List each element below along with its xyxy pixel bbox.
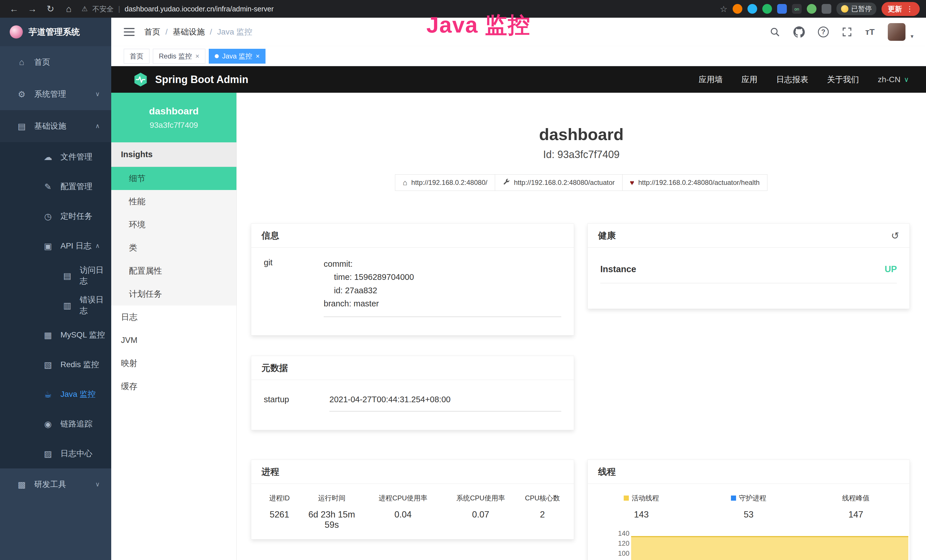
- extension-icon-4[interactable]: [777, 4, 787, 14]
- y-axis-tick: 100: [595, 549, 629, 557]
- sba-item-performance[interactable]: 性能: [111, 190, 236, 213]
- avatar[interactable]: [888, 23, 905, 41]
- instance-url-link[interactable]: ⌂ http://192.168.0.2:48080/: [395, 174, 495, 191]
- menu-label: 配置管理: [61, 181, 92, 192]
- sidebar-item-system-management[interactable]: ⚙ 系统管理 ∨: [0, 78, 111, 110]
- update-label: 更新: [888, 4, 902, 14]
- y-axis-tick: 140: [595, 530, 629, 537]
- sba-item-classes[interactable]: 类: [111, 236, 236, 259]
- browser-home-icon[interactable]: ⌂: [61, 4, 76, 14]
- breadcrumb-separator: /: [165, 27, 168, 36]
- menu-label: 访问日志: [80, 265, 111, 286]
- app-menu: ⌂ 首页 ⚙ 系统管理 ∨ ▤ 基础设施 ∧ ☁ 文件管理 ✎ 配置管理: [0, 46, 111, 560]
- sidebar-item-java-monitor[interactable]: ☕ Java 监控: [0, 380, 111, 409]
- tab-java-monitor[interactable]: Java 监控 ×: [209, 49, 265, 64]
- sba-item-jvm[interactable]: JVM: [111, 328, 236, 352]
- instance-name: dashboard: [149, 106, 199, 117]
- extension-icon-6[interactable]: [807, 4, 817, 14]
- paused-label: 已暂停: [851, 4, 872, 14]
- bookmark-star-icon[interactable]: ☆: [720, 4, 728, 14]
- sba-item-logs[interactable]: 日志: [111, 306, 236, 328]
- locale-chevron-icon: ∨: [904, 76, 909, 83]
- sidebar-item-scheduled-tasks[interactable]: ◷ 定时任务: [0, 201, 111, 231]
- sba-item-mappings[interactable]: 映射: [111, 352, 236, 375]
- history-icon[interactable]: ↺: [891, 230, 899, 241]
- address-divider: |: [118, 5, 120, 13]
- sba-instance-header[interactable]: dashboard 93a3fc7f7409: [111, 93, 236, 142]
- back-icon[interactable]: ←: [6, 4, 22, 14]
- extension-icon-1[interactable]: [732, 4, 742, 14]
- update-button[interactable]: 更新 ⋮: [882, 2, 920, 16]
- sidebar-item-log-center[interactable]: ▨ 日志中心: [0, 439, 111, 468]
- col-cpu-cores: CPU核心数: [514, 493, 571, 502]
- extension-icon-3[interactable]: [762, 4, 772, 14]
- sidebar-item-config-management[interactable]: ✎ 配置管理: [0, 172, 111, 201]
- sba-item-caches[interactable]: 缓存: [111, 375, 236, 398]
- sba-brand[interactable]: Spring Boot Admin: [133, 72, 248, 87]
- tab-bar: 首页 Redis 监控 × Java 监控 ×: [111, 46, 926, 66]
- sidebar-item-api-logs[interactable]: ▣ API 日志 ∧: [0, 231, 111, 261]
- chevron-up-icon: ∧: [95, 242, 100, 250]
- actuator-url-link[interactable]: http://192.168.0.2:48080/actuator: [495, 174, 623, 191]
- font-size-icon[interactable]: тT: [865, 27, 875, 37]
- sba-item-scheduled-tasks[interactable]: 计划任务: [111, 282, 236, 306]
- sba-item-details[interactable]: 细节: [111, 167, 236, 190]
- val-pid: 5261: [254, 510, 305, 530]
- url-text[interactable]: dashboard.yudao.iocoder.cn/infra/admin-s…: [125, 5, 274, 13]
- health-instance-label: Instance: [600, 264, 636, 274]
- close-icon[interactable]: ×: [256, 52, 260, 60]
- threads-legend: 活动线程 143 守护进程 53: [588, 484, 909, 520]
- sba-item-environment[interactable]: 环境: [111, 213, 236, 236]
- hamburger-icon[interactable]: [124, 28, 135, 36]
- house-icon: ⌂: [403, 178, 407, 187]
- breadcrumb-infrastructure[interactable]: 基础设施: [173, 27, 205, 37]
- help-icon[interactable]: ?: [818, 27, 829, 37]
- breadcrumb-current: Java 监控: [217, 27, 253, 37]
- info-key: git: [264, 257, 324, 317]
- sba-nav-wallboard[interactable]: 应用墙: [699, 74, 723, 85]
- security-label[interactable]: 不安全: [92, 4, 114, 14]
- metadata-card-title: 元数据: [262, 362, 288, 374]
- sba-item-config-props[interactable]: 配置属性: [111, 259, 236, 282]
- browser-menu-icon[interactable]: ⋮: [906, 5, 914, 14]
- extension-puzzle-icon[interactable]: [822, 4, 831, 14]
- extension-icon-2[interactable]: [747, 4, 757, 14]
- fullscreen-icon[interactable]: [842, 27, 852, 37]
- forward-icon[interactable]: →: [24, 4, 40, 14]
- page-id: Id: 93a3fc7f7409: [237, 148, 926, 160]
- sba-nav-journal[interactable]: 日志报表: [776, 74, 808, 85]
- sidebar-item-dev-tools[interactable]: ▩ 研发工具 ∨: [0, 468, 111, 500]
- health-card: 健康 ↺ Instance UP: [587, 223, 910, 309]
- sidebar-item-infrastructure[interactable]: ▤ 基础设施 ∧: [0, 110, 111, 142]
- sidebar-item-home[interactable]: ⌂ 首页: [0, 46, 111, 78]
- active-dot-icon: [215, 54, 219, 58]
- sidebar-item-access-logs[interactable]: ▤ 访问日志: [0, 261, 111, 291]
- close-icon[interactable]: ×: [195, 52, 199, 60]
- sidebar-item-file-management[interactable]: ☁ 文件管理: [0, 142, 111, 172]
- timer-icon: ◷: [43, 211, 53, 221]
- tab-redis-monitor[interactable]: Redis 监控 ×: [153, 49, 205, 64]
- annotation-java-monitor: Java 监控: [426, 10, 530, 40]
- sidebar-item-mysql-monitor[interactable]: ▦ MySQL 监控: [0, 320, 111, 350]
- info-card-title: 信息: [262, 230, 279, 242]
- log-center-icon: ▨: [43, 449, 53, 459]
- sidebar-item-redis-monitor[interactable]: ▧ Redis 监控: [0, 350, 111, 380]
- tab-home[interactable]: 首页: [124, 49, 150, 64]
- java-icon: ☕: [43, 389, 53, 400]
- sba-nav-applications[interactable]: 应用: [741, 74, 758, 85]
- health-url-link[interactable]: ♥ http://192.168.0.2:48080/actuator/heal…: [622, 174, 767, 191]
- address-bar[interactable]: ⚠ 不安全 | dashboard.yudao.iocoder.cn/infra…: [82, 4, 717, 14]
- search-icon[interactable]: [769, 27, 780, 37]
- extension-on-icon[interactable]: on: [792, 4, 802, 14]
- reload-icon[interactable]: ↻: [43, 3, 58, 14]
- breadcrumb-home[interactable]: 首页: [144, 27, 160, 37]
- github-icon[interactable]: [793, 26, 805, 38]
- app-logo-row[interactable]: 芋道管理系统: [0, 18, 111, 46]
- mysql-icon: ▦: [43, 330, 53, 340]
- sidebar-item-trace[interactable]: ◉ 链路追踪: [0, 409, 111, 439]
- paused-badge[interactable]: 已暂停: [837, 3, 876, 15]
- process-value-row: 5261 6d 23h 15m 59s 0.04 0.07 2: [254, 510, 571, 530]
- sba-nav-about[interactable]: 关于我们: [827, 74, 859, 85]
- sba-locale-select[interactable]: zh-CN ∨: [878, 75, 909, 84]
- sidebar-item-error-logs[interactable]: ▥ 错误日志: [0, 291, 111, 320]
